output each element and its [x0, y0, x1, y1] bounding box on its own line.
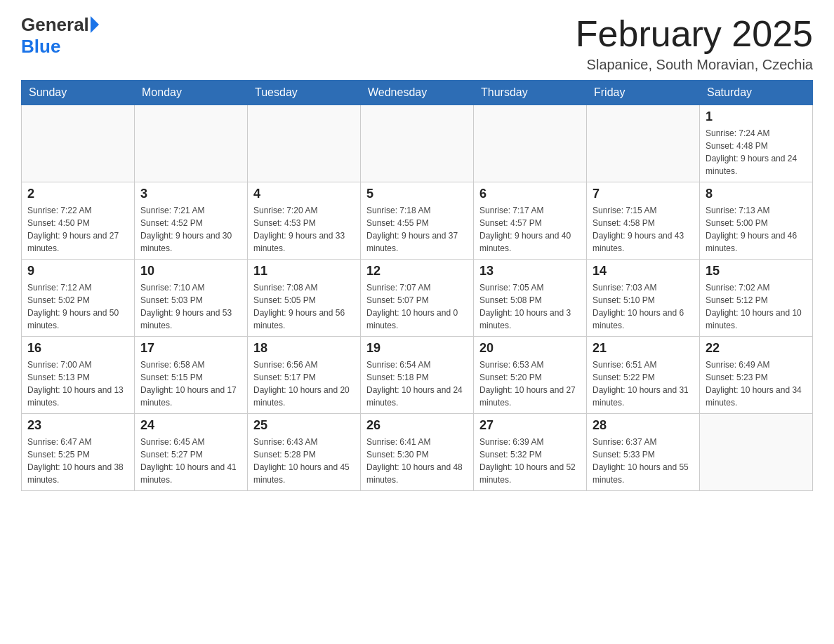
day-number: 6 [479, 187, 581, 201]
day-number: 21 [593, 341, 694, 356]
day-number: 22 [706, 341, 807, 356]
calendar-cell: 6Sunrise: 7:17 AM Sunset: 4:57 PM Daylig… [474, 182, 587, 260]
page-header: General Blue February 2025 Slapanice, So… [21, 14, 813, 73]
calendar-cell: 19Sunrise: 6:54 AM Sunset: 5:18 PM Dayli… [361, 337, 474, 414]
day-number: 27 [479, 418, 581, 433]
calendar-cell: 22Sunrise: 6:49 AM Sunset: 5:23 PM Dayli… [700, 337, 813, 414]
calendar-cell: 4Sunrise: 7:20 AM Sunset: 4:53 PM Daylig… [248, 182, 361, 260]
day-number: 16 [27, 341, 128, 356]
day-info: Sunrise: 7:07 AM Sunset: 5:07 PM Dayligh… [366, 281, 468, 332]
calendar-cell: 28Sunrise: 6:37 AM Sunset: 5:33 PM Dayli… [587, 414, 700, 491]
month-title: February 2025 [576, 14, 813, 54]
day-number: 2 [27, 187, 128, 201]
day-info: Sunrise: 7:24 AM Sunset: 4:48 PM Dayligh… [706, 127, 807, 177]
location-text: Slapanice, South Moravian, Czechia [576, 57, 813, 73]
calendar-cell [22, 105, 135, 182]
calendar-cell: 25Sunrise: 6:43 AM Sunset: 5:28 PM Dayli… [248, 414, 361, 491]
day-info: Sunrise: 7:15 AM Sunset: 4:58 PM Dayligh… [593, 204, 694, 255]
day-info: Sunrise: 6:58 AM Sunset: 5:15 PM Dayligh… [140, 358, 241, 409]
calendar-cell: 1Sunrise: 7:24 AM Sunset: 4:48 PM Daylig… [700, 105, 813, 182]
calendar-cell: 16Sunrise: 7:00 AM Sunset: 5:13 PM Dayli… [22, 337, 135, 414]
calendar-cell: 17Sunrise: 6:58 AM Sunset: 5:15 PM Dayli… [135, 337, 248, 414]
calendar-week-row-5: 23Sunrise: 6:47 AM Sunset: 5:25 PM Dayli… [22, 414, 813, 491]
day-info: Sunrise: 6:41 AM Sunset: 5:30 PM Dayligh… [366, 436, 468, 486]
logo-general-text: General [21, 14, 89, 36]
calendar-cell: 18Sunrise: 6:56 AM Sunset: 5:17 PM Dayli… [248, 337, 361, 414]
day-info: Sunrise: 6:54 AM Sunset: 5:18 PM Dayligh… [366, 358, 468, 409]
day-info: Sunrise: 7:03 AM Sunset: 5:10 PM Dayligh… [593, 281, 694, 332]
day-number: 28 [593, 418, 694, 433]
day-info: Sunrise: 7:18 AM Sunset: 4:55 PM Dayligh… [366, 204, 468, 255]
day-info: Sunrise: 6:47 AM Sunset: 5:25 PM Dayligh… [27, 436, 128, 486]
day-info: Sunrise: 7:00 AM Sunset: 5:13 PM Dayligh… [27, 358, 128, 409]
calendar-cell: 9Sunrise: 7:12 AM Sunset: 5:02 PM Daylig… [22, 260, 135, 337]
calendar-header-thursday: Thursday [474, 81, 587, 105]
day-info: Sunrise: 6:51 AM Sunset: 5:22 PM Dayligh… [593, 358, 694, 409]
day-number: 20 [479, 341, 581, 356]
day-number: 14 [593, 264, 694, 279]
day-info: Sunrise: 6:39 AM Sunset: 5:32 PM Dayligh… [479, 436, 581, 486]
calendar-cell: 7Sunrise: 7:15 AM Sunset: 4:58 PM Daylig… [587, 182, 700, 260]
day-info: Sunrise: 7:08 AM Sunset: 5:05 PM Dayligh… [253, 281, 355, 332]
day-info: Sunrise: 7:20 AM Sunset: 4:53 PM Dayligh… [253, 204, 355, 255]
day-number: 19 [366, 341, 468, 356]
calendar-cell: 14Sunrise: 7:03 AM Sunset: 5:10 PM Dayli… [587, 260, 700, 337]
calendar-table: SundayMondayTuesdayWednesdayThursdayFrid… [21, 80, 813, 491]
day-number: 9 [27, 264, 128, 279]
day-number: 10 [140, 264, 241, 279]
day-info: Sunrise: 6:37 AM Sunset: 5:33 PM Dayligh… [593, 436, 694, 486]
calendar-cell [361, 105, 474, 182]
calendar-cell: 21Sunrise: 6:51 AM Sunset: 5:22 PM Dayli… [587, 337, 700, 414]
day-number: 5 [366, 187, 468, 201]
calendar-cell: 2Sunrise: 7:22 AM Sunset: 4:50 PM Daylig… [22, 182, 135, 260]
calendar-cell: 23Sunrise: 6:47 AM Sunset: 5:25 PM Dayli… [22, 414, 135, 491]
day-info: Sunrise: 7:17 AM Sunset: 4:57 PM Dayligh… [479, 204, 581, 255]
calendar-cell [248, 105, 361, 182]
calendar-header-wednesday: Wednesday [361, 81, 474, 105]
calendar-cell: 12Sunrise: 7:07 AM Sunset: 5:07 PM Dayli… [361, 260, 474, 337]
calendar-cell: 3Sunrise: 7:21 AM Sunset: 4:52 PM Daylig… [135, 182, 248, 260]
calendar-cell: 27Sunrise: 6:39 AM Sunset: 5:32 PM Dayli… [474, 414, 587, 491]
calendar-cell: 5Sunrise: 7:18 AM Sunset: 4:55 PM Daylig… [361, 182, 474, 260]
calendar-header-row: SundayMondayTuesdayWednesdayThursdayFrid… [22, 81, 813, 105]
calendar-cell: 15Sunrise: 7:02 AM Sunset: 5:12 PM Dayli… [700, 260, 813, 337]
day-number: 15 [706, 264, 807, 279]
day-number: 1 [706, 109, 807, 124]
day-info: Sunrise: 6:56 AM Sunset: 5:17 PM Dayligh… [253, 358, 355, 409]
calendar-week-row-4: 16Sunrise: 7:00 AM Sunset: 5:13 PM Dayli… [22, 337, 813, 414]
calendar-header-sunday: Sunday [22, 81, 135, 105]
calendar-cell: 24Sunrise: 6:45 AM Sunset: 5:27 PM Dayli… [135, 414, 248, 491]
day-number: 7 [593, 187, 694, 201]
day-info: Sunrise: 6:43 AM Sunset: 5:28 PM Dayligh… [253, 436, 355, 486]
day-number: 24 [140, 418, 241, 433]
day-number: 26 [366, 418, 468, 433]
calendar-cell [700, 414, 813, 491]
day-number: 23 [27, 418, 128, 433]
day-info: Sunrise: 7:10 AM Sunset: 5:03 PM Dayligh… [140, 281, 241, 332]
day-info: Sunrise: 6:49 AM Sunset: 5:23 PM Dayligh… [706, 358, 807, 409]
day-number: 8 [706, 187, 807, 201]
calendar-week-row-2: 2Sunrise: 7:22 AM Sunset: 4:50 PM Daylig… [22, 182, 813, 260]
day-number: 13 [479, 264, 581, 279]
calendar-header-saturday: Saturday [700, 81, 813, 105]
calendar-cell [474, 105, 587, 182]
logo-blue-text: Blue [21, 36, 60, 58]
calendar-cell: 26Sunrise: 6:41 AM Sunset: 5:30 PM Dayli… [361, 414, 474, 491]
calendar-week-row-1: 1Sunrise: 7:24 AM Sunset: 4:48 PM Daylig… [22, 105, 813, 182]
day-number: 3 [140, 187, 241, 201]
calendar-cell: 20Sunrise: 6:53 AM Sunset: 5:20 PM Dayli… [474, 337, 587, 414]
calendar-cell: 13Sunrise: 7:05 AM Sunset: 5:08 PM Dayli… [474, 260, 587, 337]
day-info: Sunrise: 6:53 AM Sunset: 5:20 PM Dayligh… [479, 358, 581, 409]
calendar-cell [135, 105, 248, 182]
day-number: 12 [366, 264, 468, 279]
day-info: Sunrise: 7:05 AM Sunset: 5:08 PM Dayligh… [479, 281, 581, 332]
day-info: Sunrise: 6:45 AM Sunset: 5:27 PM Dayligh… [140, 436, 241, 486]
day-info: Sunrise: 7:02 AM Sunset: 5:12 PM Dayligh… [706, 281, 807, 332]
calendar-cell [587, 105, 700, 182]
logo-triangle-icon [91, 16, 99, 33]
day-number: 4 [253, 187, 355, 201]
day-number: 25 [253, 418, 355, 433]
calendar-header-tuesday: Tuesday [248, 81, 361, 105]
calendar-header-friday: Friday [587, 81, 700, 105]
day-info: Sunrise: 7:22 AM Sunset: 4:50 PM Dayligh… [27, 204, 128, 255]
